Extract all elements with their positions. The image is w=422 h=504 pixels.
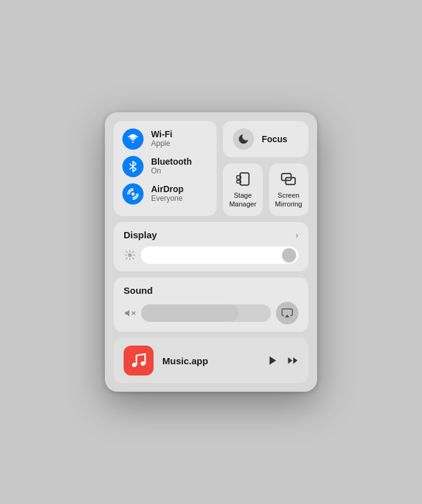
focus-tile[interactable]: Focus — [223, 121, 308, 157]
fast-forward-button[interactable] — [287, 355, 298, 366]
sound-section: Sound — [114, 278, 308, 332]
svg-rect-6 — [286, 178, 295, 185]
bluetooth-item[interactable]: Bluetooth On — [122, 156, 208, 177]
svg-point-7 — [128, 253, 132, 257]
airdrop-icon — [127, 188, 139, 200]
wifi-item[interactable]: Wi-Fi Apple — [122, 128, 208, 150]
bluetooth-label: Bluetooth — [151, 157, 192, 167]
bluetooth-text: Bluetooth On — [151, 157, 192, 177]
volume-slider[interactable] — [141, 304, 271, 322]
wifi-label: Wi-Fi — [151, 129, 172, 140]
svg-marker-23 — [288, 357, 293, 364]
display-header[interactable]: Display › — [124, 230, 298, 240]
bluetooth-icon-circle — [122, 156, 144, 177]
stage-manager-label: StageManager — [229, 191, 256, 209]
play-button[interactable] — [267, 355, 278, 366]
svg-marker-22 — [293, 357, 298, 364]
airdrop-item[interactable]: AirDrop Everyone — [122, 183, 208, 205]
screen-mirroring-icon — [280, 171, 297, 187]
sound-title: Sound — [124, 285, 153, 296]
top-row: Wi-Fi Apple Bluetooth On — [114, 121, 308, 216]
wifi-sublabel: Apple — [151, 139, 172, 149]
bluetooth-icon — [127, 160, 139, 173]
stage-manager-tile[interactable]: StageManager — [223, 163, 262, 216]
sun-icon — [124, 250, 135, 261]
moon-icon-circle — [233, 128, 254, 150]
mute-icon[interactable] — [124, 307, 136, 319]
display-chevron-icon: › — [295, 230, 298, 240]
volume-slider-row — [124, 302, 298, 324]
airplay-button[interactable] — [276, 302, 298, 324]
svg-line-12 — [126, 251, 127, 253]
music-controls — [267, 355, 298, 366]
svg-point-20 — [141, 361, 145, 366]
svg-line-15 — [126, 258, 127, 259]
focus-label: Focus — [262, 134, 287, 144]
screen-mirroring-tile[interactable]: ScreenMirroring — [269, 163, 308, 216]
svg-marker-18 — [285, 315, 290, 318]
airdrop-text: AirDrop Everyone — [151, 184, 184, 204]
airdrop-icon-circle — [122, 183, 144, 205]
display-section: Display › — [114, 222, 308, 271]
wifi-text: Wi-Fi Apple — [151, 129, 172, 149]
brightness-slider[interactable] — [141, 246, 298, 264]
right-col: Focus StageManager — [223, 121, 308, 216]
wifi-icon — [127, 133, 139, 145]
display-title: Display — [124, 230, 157, 240]
music-note-icon — [130, 352, 147, 369]
stage-manager-icon — [235, 171, 251, 187]
airdrop-label: AirDrop — [151, 184, 184, 195]
svg-marker-21 — [270, 357, 277, 366]
svg-rect-2 — [240, 173, 249, 185]
music-section: Music.app — [114, 338, 308, 383]
brightness-slider-row — [124, 246, 298, 264]
bottom-right-row: StageManager ScreenMirroring — [223, 163, 308, 216]
brightness-thumb[interactable] — [282, 248, 296, 262]
sound-header: Sound — [124, 285, 298, 296]
moon-icon — [237, 133, 250, 145]
svg-point-19 — [132, 363, 137, 367]
music-app-name: Music.app — [162, 356, 258, 366]
screen-mirroring-label: ScreenMirroring — [275, 191, 302, 209]
svg-line-13 — [132, 258, 134, 259]
network-tile[interactable]: Wi-Fi Apple Bluetooth On — [114, 121, 217, 216]
brightness-icon — [124, 249, 136, 261]
music-app-icon — [124, 346, 154, 376]
wifi-icon-circle — [122, 128, 144, 150]
svg-point-0 — [132, 141, 134, 143]
control-center: Wi-Fi Apple Bluetooth On — [105, 112, 317, 392]
airplay-icon — [282, 308, 293, 319]
bluetooth-sublabel: On — [151, 167, 192, 177]
airdrop-sublabel: Everyone — [151, 194, 184, 204]
svg-point-1 — [132, 192, 135, 195]
svg-rect-5 — [282, 173, 291, 180]
svg-line-14 — [132, 251, 134, 253]
speaker-mute-icon — [124, 308, 135, 319]
